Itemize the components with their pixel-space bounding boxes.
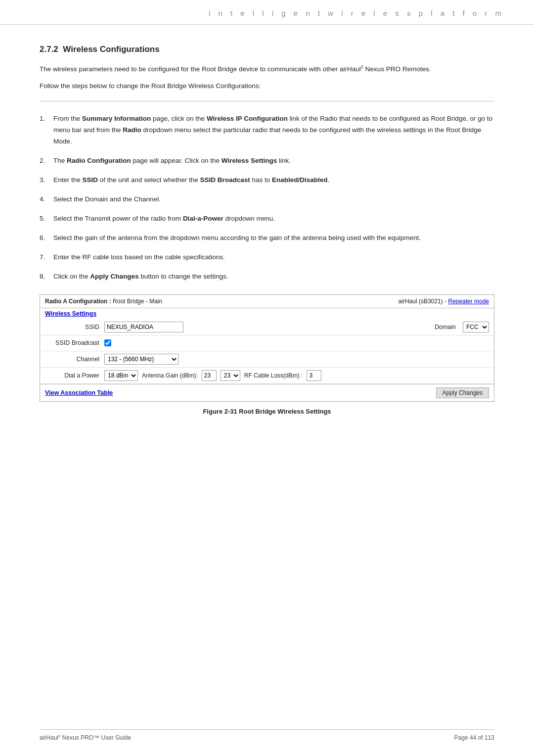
page-header: i n t e l l i g e n t w i r e l e s s p … bbox=[0, 0, 534, 25]
ssid-input[interactable] bbox=[104, 322, 183, 332]
channel-label: Channel bbox=[45, 356, 104, 363]
page-content: 2.7.2 Wireless Configurations The wirele… bbox=[0, 25, 534, 445]
antenna-gain-select[interactable]: 23 21 19 bbox=[221, 370, 240, 381]
dial-power-row: Dial a Power 18 dBm 20 dBm 23 dBm Antenn… bbox=[40, 368, 494, 384]
view-association-table-link[interactable]: View Association Table bbox=[45, 389, 113, 396]
section-divider bbox=[40, 101, 494, 101]
dial-power-label: Dial a Power bbox=[45, 372, 104, 379]
wireless-settings-section: Wireless Settings bbox=[40, 308, 494, 319]
ssid-row: SSID Domain FCC ETSI JP bbox=[40, 319, 494, 335]
repeater-mode-link[interactable]: Repeater mode bbox=[448, 298, 489, 305]
steps-list: 1. From the Summary Information page, cl… bbox=[40, 113, 494, 282]
intro-paragraph-2: Follow the steps below to change the Roo… bbox=[40, 81, 494, 92]
channel-value: 132 - (5660 MHz) 136 - (5680 MHz) bbox=[104, 354, 489, 365]
dial-power-select[interactable]: 18 dBm 20 dBm 23 dBm bbox=[104, 370, 138, 381]
ssid-broadcast-checkbox[interactable] bbox=[104, 339, 111, 346]
step-2: 2. The Radio Configuration page will app… bbox=[40, 155, 494, 167]
ssid-value-group: Domain FCC ETSI JP bbox=[104, 322, 489, 332]
step-8: 8. Click on the Apply Changes button to … bbox=[40, 271, 494, 283]
domain-label: Domain bbox=[435, 324, 456, 331]
figure-caption: Figure 2-31 Root Bridge Wireless Setting… bbox=[40, 408, 494, 415]
apply-changes-button[interactable]: Apply Changes bbox=[436, 387, 489, 398]
antenna-gain-input[interactable] bbox=[202, 370, 217, 381]
rf-cable-label: RF Cable Loss(dBm) : bbox=[244, 372, 303, 379]
wireless-settings-link[interactable]: Wireless Settings bbox=[40, 308, 494, 319]
config-panel-header: Radio A Configuration : Root Bridge - Ma… bbox=[40, 295, 494, 308]
footer-right: Page 44 of 113 bbox=[454, 734, 494, 741]
ssid-label: SSID bbox=[45, 324, 104, 331]
config-header-left: Radio A Configuration : Root Bridge - Ma… bbox=[45, 298, 162, 305]
step-4: 4. Select the Domain and the Channel. bbox=[40, 194, 494, 205]
rf-cable-input[interactable] bbox=[307, 370, 321, 381]
footer-left: airHaul2 Nexus PRO™ User Guide bbox=[40, 734, 131, 741]
step-5: 5. Select the Transmit power of the radi… bbox=[40, 213, 494, 225]
step-1: 1. From the Summary Information page, cl… bbox=[40, 113, 494, 147]
antenna-gain-label: Antenna Gain (dBm): bbox=[142, 372, 198, 379]
dial-power-value-group: 18 dBm 20 dBm 23 dBm Antenna Gain (dBm):… bbox=[104, 370, 489, 381]
channel-select[interactable]: 132 - (5660 MHz) 136 - (5680 MHz) bbox=[104, 354, 178, 365]
config-header-right: airHaul (sB3021) - Repeater mode bbox=[399, 298, 489, 305]
section-title: 2.7.2 Wireless Configurations bbox=[40, 45, 494, 54]
header-title: i n t e l l i g e n t w i r e l e s s p … bbox=[209, 9, 504, 17]
page-footer: airHaul2 Nexus PRO™ User Guide Page 44 o… bbox=[40, 729, 494, 741]
step-6: 6. Select the gain of the antenna from t… bbox=[40, 233, 494, 244]
channel-row: Channel 132 - (5660 MHz) 136 - (5680 MHz… bbox=[40, 351, 494, 368]
domain-select[interactable]: FCC ETSI JP bbox=[463, 322, 489, 332]
intro-paragraph-1: The wireless parameters need to be confi… bbox=[40, 63, 494, 75]
ssid-broadcast-row: SSID Broadcast bbox=[40, 335, 494, 351]
ssid-broadcast-value bbox=[104, 339, 489, 346]
ssid-broadcast-label: SSID Broadcast bbox=[45, 339, 104, 346]
config-panel: Radio A Configuration : Root Bridge - Ma… bbox=[40, 294, 494, 402]
step-3: 3. Enter the SSID of the unit and select… bbox=[40, 175, 494, 186]
step-7: 7. Enter the RF cable loss based on the … bbox=[40, 252, 494, 263]
config-panel-footer: View Association Table Apply Changes bbox=[40, 384, 494, 401]
